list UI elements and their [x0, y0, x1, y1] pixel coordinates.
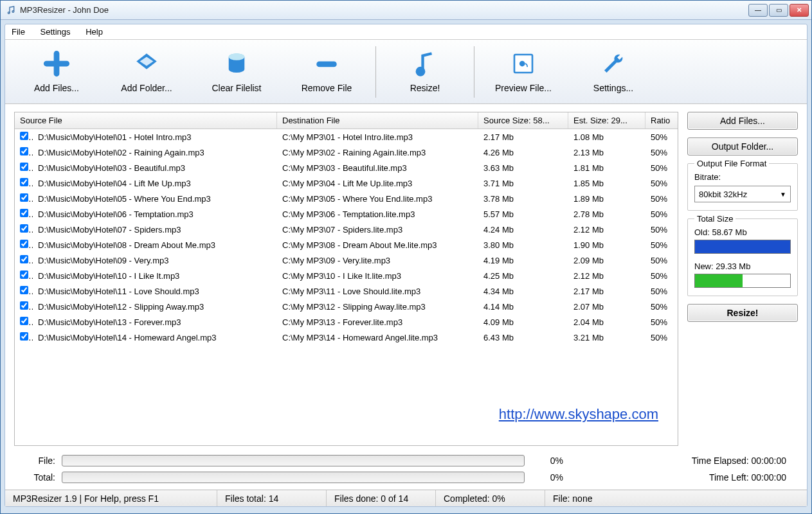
cell-source: D:\Music\Moby\Hotel\14 - Homeward Angel.…: [33, 333, 277, 342]
toolbar-separator: [375, 46, 376, 98]
cell-source: D:\Music\Moby\Hotel\13 - Forever.mp3: [33, 317, 277, 327]
progress-file-label: File:: [22, 456, 55, 466]
table-row[interactable]: D:\Music\Moby\Hotel\05 - Where You End.m…: [15, 191, 678, 206]
cell-destination: C:\My MP3\02 - Raining Again.lite.mp3: [277, 148, 478, 157]
progress-area: File: 0% Time Elapsed: 00:00:00 Total: 0…: [5, 452, 807, 490]
side-resize-button[interactable]: Resize!: [687, 304, 798, 322]
settings-label: Settings...: [593, 83, 633, 93]
row-checkbox[interactable]: [15, 224, 33, 235]
cell-est-size: 2.09 Mb: [568, 256, 645, 265]
preview-file-button[interactable]: Preview File...: [478, 43, 568, 101]
menu-file[interactable]: File: [12, 27, 25, 37]
cell-source: D:\Music\Moby\Hotel\06 - Temptation.mp3: [33, 209, 277, 219]
cell-est-size: 1.89 Mb: [568, 194, 645, 204]
table-row[interactable]: D:\Music\Moby\Hotel\02 - Raining Again.m…: [15, 145, 678, 160]
row-checkbox[interactable]: [15, 240, 33, 250]
side-output-folder-button[interactable]: Output Folder...: [687, 137, 798, 155]
cell-destination: C:\My MP3\01 - Hotel Intro.lite.mp3: [277, 132, 478, 142]
cell-est-size: 2.07 Mb: [568, 302, 645, 312]
row-checkbox[interactable]: [15, 163, 33, 173]
row-checkbox[interactable]: [15, 193, 33, 204]
resize-button[interactable]: Resize!: [380, 43, 470, 101]
row-checkbox[interactable]: [15, 178, 33, 188]
cell-destination: C:\My MP3\13 - Forever.lite.mp3: [277, 317, 478, 327]
progress-total-label: Total:: [22, 472, 55, 483]
table-row[interactable]: D:\Music\Moby\Hotel\13 - Forever.mp3C:\M…: [15, 314, 678, 330]
cell-ratio: 50%: [645, 240, 678, 250]
settings-button[interactable]: Settings...: [568, 43, 658, 101]
cell-source-size: 5.57 Mb: [478, 209, 568, 219]
resize-label: Resize!: [410, 83, 440, 93]
table-row[interactable]: D:\Music\Moby\Hotel\03 - Beautiful.mp3C:…: [15, 160, 678, 175]
menu-settings[interactable]: Settings: [41, 27, 71, 37]
cell-destination: C:\My MP3\14 - Homeward Angel.lite.mp3: [277, 333, 478, 342]
table-row[interactable]: D:\Music\Moby\Hotel\14 - Homeward Angel.…: [15, 330, 678, 345]
table-row[interactable]: D:\Music\Moby\Hotel\11 - Love Should.mp3…: [15, 283, 678, 299]
status-current-file: File: none: [545, 490, 807, 506]
status-files-total: Files total: 14: [217, 490, 327, 506]
svg-point-1: [12, 10, 14, 12]
cell-ratio: 50%: [645, 256, 678, 265]
column-destination[interactable]: Destination File: [277, 112, 478, 128]
cell-source-size: 3.63 Mb: [478, 163, 568, 173]
cell-source: D:\Music\Moby\Hotel\04 - Lift Me Up.mp3: [33, 179, 277, 188]
row-checkbox[interactable]: [15, 147, 33, 157]
chevron-down-icon: ▼: [780, 191, 786, 198]
table-row[interactable]: D:\Music\Moby\Hotel\08 - Dream About Me.…: [15, 237, 678, 253]
cell-source-size: 4.19 Mb: [478, 256, 568, 265]
row-checkbox[interactable]: [15, 255, 33, 265]
row-checkbox[interactable]: [15, 270, 33, 281]
folder-icon: [133, 50, 160, 79]
cell-est-size: 2.13 Mb: [568, 148, 645, 157]
bitrate-select[interactable]: 80kbit 32kHz ▼: [694, 186, 791, 202]
cell-source-size: 4.14 Mb: [478, 302, 568, 312]
watermark-link[interactable]: http://www.skyshape.com: [499, 406, 658, 423]
add-files-button[interactable]: Add Files...: [12, 43, 102, 101]
table-row[interactable]: D:\Music\Moby\Hotel\09 - Very.mp3C:\My M…: [15, 253, 678, 268]
remove-file-button[interactable]: Remove File: [282, 43, 372, 101]
table-row[interactable]: D:\Music\Moby\Hotel\01 - Hotel Intro.mp3…: [15, 129, 678, 145]
close-button[interactable]: ✕: [789, 4, 809, 17]
table-row[interactable]: D:\Music\Moby\Hotel\07 - Spiders.mp3C:\M…: [15, 222, 678, 237]
side-add-files-button[interactable]: Add Files...: [687, 112, 798, 130]
row-checkbox[interactable]: [15, 209, 33, 219]
menu-help[interactable]: Help: [86, 27, 103, 37]
status-completed: Completed: 0%: [436, 490, 545, 506]
column-ratio[interactable]: Ratio: [645, 112, 678, 128]
cell-destination: C:\My MP3\03 - Beautiful.lite.mp3: [277, 163, 478, 173]
svg-point-7: [417, 68, 424, 75]
cell-est-size: 3.21 Mb: [568, 333, 645, 342]
column-est-size[interactable]: Est. Size: 29...: [568, 112, 645, 128]
old-size-label: Old: 58.67 Mb: [694, 227, 791, 237]
cell-source-size: 3.80 Mb: [478, 240, 568, 250]
table-row[interactable]: D:\Music\Moby\Hotel\10 - I Like It.mp3C:…: [15, 268, 678, 283]
table-row[interactable]: D:\Music\Moby\Hotel\06 - Temptation.mp3C…: [15, 206, 678, 222]
maximize-button[interactable]: ▭: [769, 4, 788, 17]
row-checkbox[interactable]: [15, 301, 33, 312]
cell-ratio: 50%: [645, 333, 678, 342]
cell-source: D:\Music\Moby\Hotel\01 - Hotel Intro.mp3: [33, 132, 277, 142]
cell-source: D:\Music\Moby\Hotel\07 - Spiders.mp3: [33, 225, 277, 235]
column-source[interactable]: Source File: [15, 112, 277, 128]
table-row[interactable]: D:\Music\Moby\Hotel\04 - Lift Me Up.mp3C…: [15, 175, 678, 191]
row-checkbox[interactable]: [15, 286, 33, 296]
cell-destination: C:\My MP3\07 - Spiders.lite.mp3: [277, 225, 478, 235]
row-checkbox[interactable]: [15, 132, 33, 142]
cell-source: D:\Music\Moby\Hotel\05 - Where You End.m…: [33, 194, 277, 204]
bitrate-value: 80kbit 32kHz: [699, 190, 747, 199]
file-list-header: Source File Destination File Source Size…: [15, 112, 678, 129]
table-row[interactable]: D:\Music\Moby\Hotel\12 - Slipping Away.m…: [15, 299, 678, 314]
cell-ratio: 50%: [645, 209, 678, 219]
row-checkbox[interactable]: [15, 317, 33, 327]
column-source-size[interactable]: Source Size: 58...: [478, 112, 568, 128]
status-version: MP3Resizer 1.9 | For Help, press F1: [5, 490, 217, 506]
new-size-bar: [694, 274, 791, 288]
cell-destination: C:\My MP3\10 - I Like It.lite.mp3: [277, 271, 478, 281]
row-checkbox[interactable]: [15, 332, 33, 342]
clear-filelist-button[interactable]: Clear Filelist: [192, 43, 282, 101]
minimize-button[interactable]: —: [748, 4, 768, 17]
output-format-title: Output File Format: [694, 159, 769, 168]
file-list[interactable]: Source File Destination File Source Size…: [14, 112, 678, 446]
add-folder-button[interactable]: Add Folder...: [102, 43, 192, 101]
cell-ratio: 50%: [645, 225, 678, 235]
